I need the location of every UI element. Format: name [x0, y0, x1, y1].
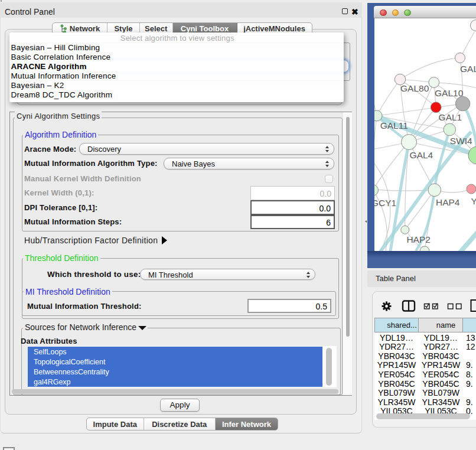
svg-text:HAP2: HAP2 — [406, 234, 431, 244]
svg-text:GAL7: GAL7 — [460, 64, 476, 74]
svg-text:GCY1: GCY1 — [374, 198, 396, 208]
svg-text:GAL80: GAL80 — [400, 83, 429, 93]
svg-text:GAL4: GAL4 — [410, 150, 433, 160]
svg-text:HAP4: HAP4 — [436, 197, 460, 207]
svg-text:GAL10: GAL10 — [435, 88, 464, 98]
svg-text:SWI4: SWI4 — [450, 136, 472, 146]
svg-text:YD: YD — [471, 196, 476, 206]
svg-text:GAL11: GAL11 — [380, 120, 408, 131]
svg-text:GAL1: GAL1 — [439, 112, 462, 122]
